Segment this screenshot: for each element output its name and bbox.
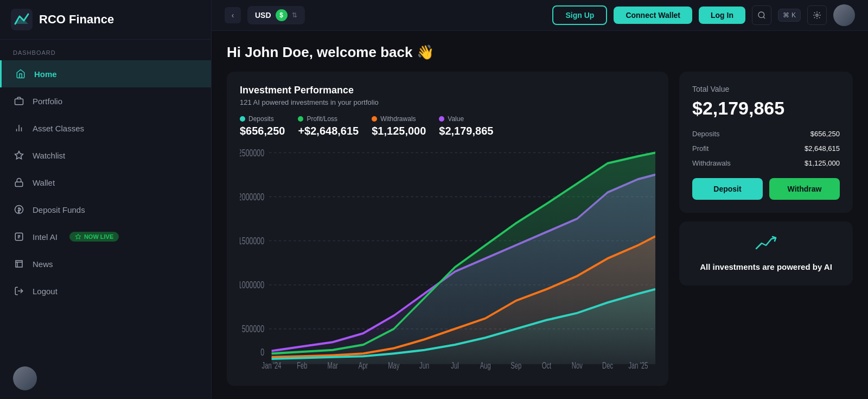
currency-arrows-icon: ⇅	[292, 11, 297, 19]
currency-label: USD	[255, 11, 271, 20]
sidebar-user-avatar	[13, 366, 37, 390]
briefcase-icon	[13, 95, 25, 107]
chart-icon	[13, 122, 25, 134]
breakdown-profit: Profit $2,648,615	[692, 144, 840, 153]
withdrawals-legend-label: Withdrawals	[380, 115, 416, 123]
breakdown-withdrawals-label: Withdrawals	[692, 159, 731, 167]
chart-title: Investment Performance	[240, 85, 655, 96]
action-buttons: Deposit Withdraw	[692, 178, 840, 200]
sidebar-item-logout-label: Logout	[33, 287, 58, 296]
total-value-card: Total Value $2,179,865 Deposits $656,250…	[679, 72, 853, 213]
sidebar-item-home[interactable]: Home	[0, 60, 211, 87]
topbar: ‹ USD $ ⇅ Sign Up Connect Wallet Log In …	[212, 0, 868, 31]
breakdown-withdrawals-value: $1,125,000	[805, 159, 840, 167]
svg-point-11	[758, 12, 764, 18]
sidebar-nav: DASHBOARD Home Portfolio Asset Classes	[0, 40, 211, 358]
sidebar-item-news-label: News	[33, 259, 53, 269]
now-live-text: NOW LIVE	[84, 233, 113, 240]
logo-icon	[11, 9, 33, 30]
cmd-symbol: ⌘	[783, 11, 789, 19]
withdraw-button[interactable]: Withdraw	[769, 178, 840, 200]
news-icon	[13, 258, 25, 270]
sidebar-item-deposit-funds[interactable]: Deposit Funds	[0, 196, 211, 223]
svg-text:0: 0	[260, 346, 264, 357]
svg-point-12	[816, 14, 818, 16]
svg-marker-6	[15, 151, 23, 159]
logo-text: RCO Finance	[39, 12, 114, 27]
ai-powered-text: All investments are powered by AI	[700, 261, 832, 273]
svg-text:Aug: Aug	[480, 360, 491, 371]
sidebar-item-portfolio[interactable]: Portfolio	[0, 87, 211, 115]
svg-text:Mar: Mar	[328, 360, 339, 371]
sidebar: RCO Finance DASHBOARD Home Portfolio Ass…	[0, 0, 212, 399]
deposits-legend-value: $656,250	[240, 125, 285, 137]
star-icon	[13, 149, 25, 161]
value-legend-value: $2,179,865	[439, 125, 493, 137]
svg-text:Jul: Jul	[451, 360, 458, 371]
deposits-dot	[240, 116, 245, 122]
collapse-sidebar-button[interactable]: ‹	[225, 7, 241, 23]
sidebar-item-asset-classes[interactable]: Asset Classes	[0, 115, 211, 142]
value-breakdown: Deposits $656,250 Profit $2,648,615 With…	[692, 130, 840, 167]
sidebar-item-portfolio-label: Portfolio	[33, 97, 62, 106]
legend-value: Value $2,179,865	[439, 115, 493, 137]
withdrawals-dot	[372, 116, 377, 122]
svg-text:Apr: Apr	[359, 360, 368, 371]
settings-button[interactable]	[807, 5, 827, 25]
profit-legend-value: +$2,648,615	[298, 125, 359, 137]
profit-dot	[298, 116, 303, 122]
value-dot	[439, 116, 444, 122]
now-live-badge: NOW LIVE	[69, 232, 119, 242]
dollar-icon	[13, 204, 25, 216]
sidebar-item-home-label: Home	[34, 69, 57, 79]
sidebar-item-watchlist[interactable]: Watchlist	[0, 142, 211, 169]
sidebar-item-logout[interactable]: Logout	[0, 277, 211, 305]
svg-text:1000000: 1000000	[240, 280, 264, 290]
topbar-user-avatar[interactable]	[833, 4, 855, 26]
deposit-button[interactable]: Deposit	[692, 178, 763, 200]
sidebar-item-deposit-funds-label: Deposit Funds	[33, 205, 85, 214]
search-button[interactable]	[752, 5, 771, 25]
k-key: K	[792, 11, 796, 19]
svg-text:Feb: Feb	[297, 360, 308, 371]
logout-icon	[13, 285, 25, 297]
performance-chart-svg: 2500000 2000000 1500000 1000000 500000 0	[240, 144, 655, 373]
sidebar-section-label: DASHBOARD	[0, 40, 211, 60]
legend-deposits: Deposits $656,250	[240, 115, 285, 137]
svg-text:Sep: Sep	[510, 360, 521, 371]
right-panel: Total Value $2,179,865 Deposits $656,250…	[679, 72, 853, 386]
breakdown-deposits: Deposits $656,250	[692, 130, 840, 138]
svg-rect-2	[15, 99, 23, 105]
login-button[interactable]: Log In	[699, 7, 745, 24]
svg-text:Oct: Oct	[542, 360, 552, 371]
value-legend-label: Value	[448, 115, 464, 123]
breakdown-deposits-value: $656,250	[810, 130, 840, 138]
lock-icon	[13, 176, 25, 188]
chart-legend: Deposits $656,250 Profit/Loss +$2,648,61…	[240, 115, 655, 137]
ai-trending-icon	[755, 235, 777, 256]
legend-profit: Profit/Loss +$2,648,615	[298, 115, 359, 137]
deposits-legend-label: Deposits	[248, 115, 274, 123]
total-value-label: Total Value	[692, 85, 840, 93]
total-value-amount: $2,179,865	[692, 98, 840, 119]
svg-text:500000: 500000	[242, 324, 264, 334]
breakdown-profit-label: Profit	[692, 144, 709, 153]
sidebar-item-intel-ai[interactable]: Intel AI NOW LIVE	[0, 223, 211, 250]
svg-text:Jun: Jun	[419, 360, 429, 371]
currency-icon: $	[276, 9, 288, 21]
keyboard-shortcut: ⌘ K	[778, 9, 801, 22]
sidebar-item-wallet[interactable]: Wallet	[0, 169, 211, 196]
svg-text:2000000: 2000000	[240, 192, 264, 202]
breakdown-deposits-label: Deposits	[692, 130, 720, 138]
chart-area: 2500000 2000000 1500000 1000000 500000 0	[240, 144, 655, 373]
withdrawals-legend-value: $1,125,000	[372, 125, 426, 137]
home-icon	[15, 68, 27, 80]
svg-rect-7	[15, 182, 23, 186]
signup-button[interactable]: Sign Up	[552, 5, 607, 25]
chart-subtitle: 121 AI powered investments in your portf…	[240, 98, 655, 106]
currency-selector[interactable]: USD $ ⇅	[247, 6, 305, 24]
page-content: Hi John Doe, welcome back 👋 Investment P…	[212, 31, 868, 399]
connect-wallet-button[interactable]: Connect Wallet	[614, 7, 692, 24]
main-content: ‹ USD $ ⇅ Sign Up Connect Wallet Log In …	[212, 0, 868, 399]
sidebar-item-news[interactable]: News	[0, 250, 211, 277]
